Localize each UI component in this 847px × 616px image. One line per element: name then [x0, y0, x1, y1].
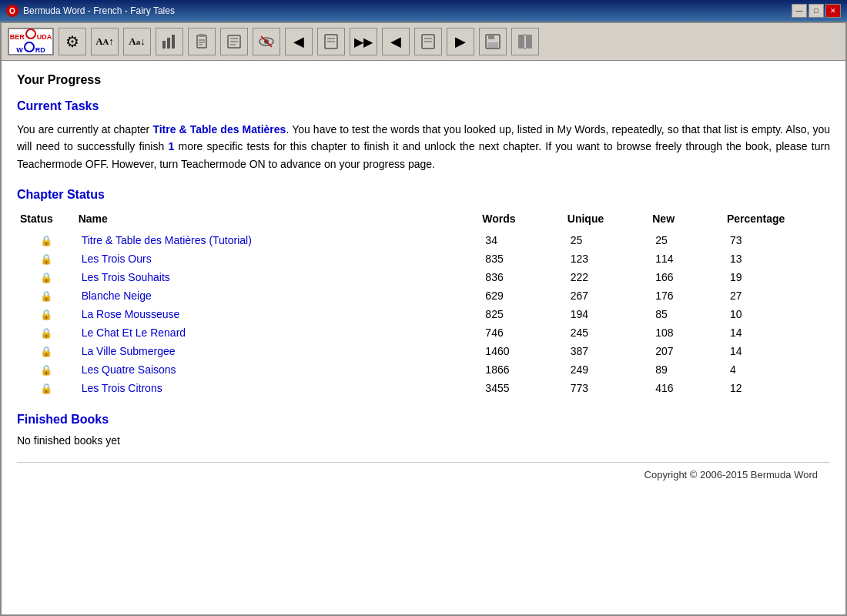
- row-unique: 249: [564, 360, 649, 379]
- book-button[interactable]: [511, 28, 539, 55]
- logo-top-right: UDA: [37, 33, 52, 41]
- table-row: 🔒Titre & Table des Matières (Tutorial)34…: [17, 231, 830, 249]
- row-chapter-name: Titre & Table des Matières (Tutorial): [75, 231, 480, 249]
- back-button[interactable]: ◀: [285, 28, 313, 55]
- lock-icon: 🔒: [40, 235, 52, 246]
- app-icon: O: [6, 5, 18, 17]
- row-status-icon: 🔒: [17, 249, 75, 268]
- logo-o2: [24, 42, 35, 52]
- row-words: 3455: [479, 379, 564, 397]
- row-new: 25: [649, 231, 724, 249]
- svg-rect-2: [172, 35, 175, 49]
- row-status-icon: 🔒: [17, 342, 75, 360]
- row-status-icon: 🔒: [17, 360, 75, 379]
- row-status-icon: 🔒: [17, 323, 75, 342]
- title-bar: O Bermuda Word - French - Fairy Tales — …: [0, 0, 847, 22]
- chart-button[interactable]: [156, 28, 183, 55]
- chapter-name-link[interactable]: Les Trois Ours: [82, 253, 152, 265]
- chapter-name-link[interactable]: La Ville Submergee: [82, 345, 176, 357]
- col-new: New: [649, 209, 724, 231]
- row-unique: 194: [564, 305, 649, 323]
- svg-rect-4: [199, 34, 205, 37]
- row-status-icon: 🔒: [17, 305, 75, 323]
- back2-button[interactable]: ◀: [382, 28, 410, 55]
- page-center-button[interactable]: [317, 28, 345, 55]
- row-status-icon: 🔒: [17, 379, 75, 397]
- app-icon-letter: O: [9, 7, 15, 15]
- svg-rect-0: [162, 41, 166, 49]
- task-text-before-link: You are currently at chapter: [17, 123, 152, 136]
- minimize-button[interactable]: —: [792, 4, 807, 18]
- lock-icon: 🔒: [40, 290, 52, 302]
- lock-icon: 🔒: [40, 346, 52, 357]
- row-new: 166: [649, 268, 724, 286]
- chapter-name-link[interactable]: Le Chat Et Le Renard: [82, 326, 186, 339]
- chapter-name-link[interactable]: Les Trois Citrons: [82, 382, 162, 394]
- current-tasks-text: You are currently at chapter Titre & Tab…: [17, 121, 830, 172]
- chapter-name-link[interactable]: Titre & Table des Matières (Tutorial): [82, 234, 252, 246]
- row-status-icon: 🔒: [17, 231, 75, 249]
- title-bar-controls: — □ ✕: [792, 4, 841, 18]
- settings-button[interactable]: ⚙: [59, 28, 86, 55]
- row-percentage: 4: [724, 360, 830, 379]
- svg-rect-25: [526, 35, 532, 49]
- forward-fast-button[interactable]: ▶▶: [350, 28, 377, 55]
- row-status-icon: 🔒: [17, 286, 75, 305]
- row-unique: 267: [564, 286, 649, 305]
- row-percentage: 14: [724, 342, 830, 360]
- footer: Copyright © 2006-2015 Bermuda Word: [17, 462, 830, 487]
- chapter-name-link[interactable]: Blanche Neige: [82, 290, 152, 302]
- lock-icon: 🔒: [40, 327, 52, 339]
- content-area[interactable]: Your Progress Current Tasks You are curr…: [2, 61, 845, 614]
- row-words: 1460: [479, 342, 564, 360]
- row-words: 746: [479, 323, 564, 342]
- maximize-button[interactable]: □: [808, 4, 824, 18]
- row-chapter-name: La Ville Submergee: [75, 342, 480, 360]
- row-percentage: 13: [724, 249, 830, 268]
- chapter-link[interactable]: Titre & Table des Matières: [152, 123, 286, 136]
- row-percentage: 14: [724, 323, 830, 342]
- svg-rect-3: [197, 35, 206, 48]
- logo-bot-left: W: [16, 46, 23, 54]
- row-chapter-name: Les Quatre Saisons: [75, 360, 480, 379]
- chapter-name-link[interactable]: Les Trois Souhaits: [82, 271, 170, 283]
- lock-icon: 🔒: [40, 364, 52, 376]
- eye-button[interactable]: [253, 28, 280, 55]
- window-title: Bermuda Word - French - Fairy Tales: [23, 5, 175, 16]
- clipboard-button[interactable]: [188, 28, 216, 55]
- table-row: 🔒La Ville Submergee146038720714: [17, 342, 830, 360]
- row-new: 108: [649, 323, 724, 342]
- row-unique: 773: [564, 379, 649, 397]
- logo-top-left: BER: [10, 33, 25, 41]
- font-larger-button[interactable]: AA↑: [91, 28, 119, 55]
- svg-rect-1: [167, 38, 170, 49]
- row-unique: 123: [564, 249, 649, 268]
- table-row: 🔒Blanche Neige62926717627: [17, 286, 830, 305]
- font-smaller-button[interactable]: Aa↓: [123, 28, 151, 55]
- table-row: 🔒Les Quatre Saisons1866249894: [17, 360, 830, 379]
- lock-icon: 🔒: [40, 253, 52, 265]
- lock-icon: 🔒: [40, 309, 52, 320]
- table-row: 🔒Les Trois Citrons345577341612: [17, 379, 830, 397]
- row-words: 34: [479, 231, 564, 249]
- row-percentage: 12: [724, 379, 830, 397]
- forward-button[interactable]: ▶: [447, 28, 474, 55]
- page2-button[interactable]: [414, 28, 442, 55]
- logo-button[interactable]: BERUDA WRD: [8, 28, 54, 55]
- chapter-name-link[interactable]: La Rose Mousseuse: [82, 308, 180, 320]
- chapter-name-link[interactable]: Les Quatre Saisons: [82, 363, 176, 376]
- row-percentage: 27: [724, 286, 830, 305]
- table-row: 🔒Les Trois Ours83512311413: [17, 249, 830, 268]
- chapter-status-heading: Chapter Status: [17, 188, 830, 202]
- svg-rect-22: [488, 35, 494, 39]
- row-chapter-name: Le Chat Et Le Renard: [75, 323, 480, 342]
- row-percentage: 10: [724, 305, 830, 323]
- row-words: 825: [479, 305, 564, 323]
- close-button[interactable]: ✕: [825, 4, 841, 18]
- col-percentage: Percentage: [724, 209, 830, 231]
- row-status-icon: 🔒: [17, 268, 75, 286]
- content-wrapper: Your Progress Current Tasks You are curr…: [2, 61, 845, 614]
- save-button[interactable]: [479, 28, 507, 55]
- table-row: 🔒Les Trois Souhaits83622216619: [17, 268, 830, 286]
- list-button[interactable]: [220, 28, 248, 55]
